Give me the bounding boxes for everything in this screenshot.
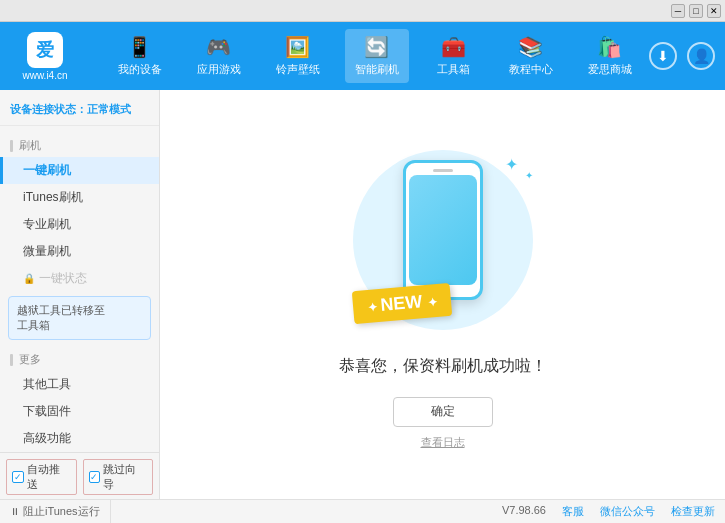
nav-item-device[interactable]: 📱 我的设备 xyxy=(108,29,172,83)
logo[interactable]: 爱 www.i4.cn xyxy=(10,32,80,81)
minimize-button[interactable]: ─ xyxy=(671,4,685,18)
revisit-log-link[interactable]: 查看日志 xyxy=(421,435,465,450)
section-more-label: 更多 xyxy=(0,348,159,371)
nav-label-wallpaper: 铃声壁纸 xyxy=(276,62,320,77)
close-button[interactable]: ✕ xyxy=(707,4,721,18)
status-bar: ⏸ 阻止iTunes运行 V7.98.66 客服 微信公众号 检查更新 xyxy=(0,499,725,523)
sidebar-item-onekey-status: 🔒 一键状态 xyxy=(0,265,159,292)
phone-device xyxy=(403,160,483,300)
user-button[interactable]: 👤 xyxy=(687,42,715,70)
apps-nav-icon: 🎮 xyxy=(206,35,231,59)
tools-nav-icon: 🧰 xyxy=(441,35,466,59)
update-link[interactable]: 检查更新 xyxy=(671,504,715,519)
status-label: 设备连接状态： xyxy=(10,103,87,115)
checkbox-auto-send[interactable]: ✓ 自动推送 xyxy=(6,459,77,495)
header: 爱 www.i4.cn 📱 我的设备 🎮 应用游戏 🖼️ 铃声壁纸 🔄 智能刷机… xyxy=(0,22,725,90)
skip-wizard-label: 跳过向导 xyxy=(103,462,147,492)
checkbox-skip-wizard[interactable]: ✓ 跳过向导 xyxy=(83,459,154,495)
device-nav-icon: 📱 xyxy=(127,35,152,59)
auto-send-label: 自动推送 xyxy=(27,462,71,492)
download-button[interactable]: ⬇ xyxy=(649,42,677,70)
sidebar-item-micro[interactable]: 微量刷机 xyxy=(0,238,159,265)
checkboxes-container: ✓ 自动推送 ✓ 跳过向导 xyxy=(0,452,159,499)
maximize-button[interactable]: □ xyxy=(689,4,703,18)
itunes-status: ⏸ 阻止iTunes运行 xyxy=(0,500,111,523)
nav-label-device: 我的设备 xyxy=(118,62,162,77)
tutorial-nav-icon: 📚 xyxy=(518,35,543,59)
header-right: ⬇ 👤 xyxy=(649,42,715,70)
wallpaper-nav-icon: 🖼️ xyxy=(285,35,310,59)
flash-nav-icon: 🔄 xyxy=(364,35,389,59)
sidebar-item-onekey[interactable]: 一键刷机 xyxy=(0,157,159,184)
nav-label-flash: 智能刷机 xyxy=(355,62,399,77)
nav-label-apps: 应用游戏 xyxy=(197,62,241,77)
logo-url: www.i4.cn xyxy=(22,70,67,81)
sidebar-item-advanced[interactable]: 高级功能 xyxy=(0,425,159,452)
sidebar: 设备连接状态：正常模式 刷机 一键刷机 iTunes刷机 专业刷机 微量刷机 🔒… xyxy=(0,90,160,499)
sidebar-notice: 越狱工具已转移至 工具箱 xyxy=(8,296,151,340)
sidebar-item-download[interactable]: 下载固件 xyxy=(0,398,159,425)
title-bar: ─ □ ✕ xyxy=(0,0,725,22)
connection-status: 设备连接状态：正常模式 xyxy=(0,98,159,126)
sparkle-icon-2: ✦ xyxy=(525,170,533,181)
confirm-button[interactable]: 确定 xyxy=(393,397,493,427)
logo-icon: 爱 xyxy=(27,32,63,68)
skip-wizard-checkbox[interactable]: ✓ xyxy=(89,471,101,483)
nav-item-wallpaper[interactable]: 🖼️ 铃声壁纸 xyxy=(266,29,330,83)
nav-bar: 📱 我的设备 🎮 应用游戏 🖼️ 铃声壁纸 🔄 智能刷机 🧰 工具箱 📚 教程中… xyxy=(100,29,649,83)
status-right: V7.98.66 客服 微信公众号 检查更新 xyxy=(492,504,725,519)
nav-item-tutorial[interactable]: 📚 教程中心 xyxy=(499,29,563,83)
status-value: 正常模式 xyxy=(87,103,131,115)
content-area: ✦ ✦ NEW 恭喜您，保资料刷机成功啦！ 确定 查看日志 xyxy=(160,90,725,499)
service-link[interactable]: 客服 xyxy=(562,504,584,519)
nav-label-tutorial: 教程中心 xyxy=(509,62,553,77)
phone-speaker xyxy=(433,169,453,172)
wechat-link[interactable]: 微信公众号 xyxy=(600,504,655,519)
version-label: V7.98.66 xyxy=(502,504,546,519)
auto-send-checkbox[interactable]: ✓ xyxy=(12,471,24,483)
nav-label-tools: 工具箱 xyxy=(437,62,470,77)
mall-nav-icon: 🛍️ xyxy=(597,35,622,59)
nav-item-tools[interactable]: 🧰 工具箱 xyxy=(424,29,484,83)
window-controls: ─ □ ✕ xyxy=(671,4,721,18)
nav-item-mall[interactable]: 🛍️ 爱思商城 xyxy=(578,29,642,83)
sparkle-icon-1: ✦ xyxy=(505,155,518,174)
sidebar-item-itunes[interactable]: iTunes刷机 xyxy=(0,184,159,211)
success-text: 恭喜您，保资料刷机成功啦！ xyxy=(339,356,547,377)
nav-label-mall: 爱思商城 xyxy=(588,62,632,77)
sidebar-item-other[interactable]: 其他工具 xyxy=(0,371,159,398)
nav-item-apps[interactable]: 🎮 应用游戏 xyxy=(187,29,251,83)
nav-item-flash[interactable]: 🔄 智能刷机 xyxy=(345,29,409,83)
phone-illustration: ✦ ✦ NEW xyxy=(343,140,543,340)
sidebar-item-pro[interactable]: 专业刷机 xyxy=(0,211,159,238)
phone-screen xyxy=(409,175,477,285)
section-flash-label: 刷机 xyxy=(0,134,159,157)
